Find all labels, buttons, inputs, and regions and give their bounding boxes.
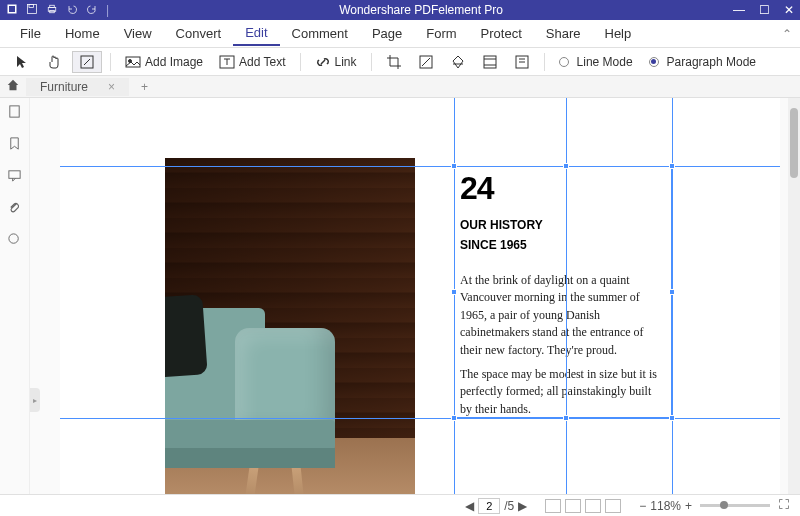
bates-tool[interactable] — [508, 52, 536, 72]
expand-panel-button[interactable]: ▸ — [30, 388, 40, 412]
attachments-icon[interactable] — [7, 200, 22, 218]
watermark-tool[interactable] — [412, 52, 440, 72]
document-tab[interactable]: Furniture × — [26, 78, 129, 96]
crop-tool[interactable] — [380, 52, 408, 72]
view-two-icon[interactable] — [585, 499, 601, 513]
furniture-image[interactable] — [165, 158, 415, 494]
undo-icon[interactable] — [66, 3, 78, 18]
app-icon — [6, 3, 18, 18]
collapse-ribbon-icon[interactable]: ⌃ — [782, 27, 792, 41]
view-single-icon[interactable] — [545, 499, 561, 513]
paragraph-mode-label: Paragraph Mode — [667, 55, 756, 69]
canvas[interactable]: 24 OUR HISTORY SINCE 1965 At the brink o… — [30, 98, 800, 494]
print-icon[interactable] — [46, 3, 58, 18]
home-icon[interactable] — [6, 78, 20, 95]
zoom-out-button[interactable]: − — [639, 499, 646, 513]
menu-page[interactable]: Page — [360, 22, 414, 45]
search-sidebar-icon[interactable] — [7, 232, 22, 250]
comments-icon[interactable] — [7, 168, 22, 186]
menu-convert[interactable]: Convert — [164, 22, 234, 45]
hand-tool[interactable] — [40, 52, 68, 72]
zoom-slider[interactable] — [700, 504, 770, 507]
statusbar: ◀ /5 ▶ − 118% + — [0, 494, 800, 516]
maximize-button[interactable]: ☐ — [759, 3, 770, 17]
page-next-button[interactable]: ▶ — [518, 499, 527, 513]
tabbar: Furniture × + — [0, 76, 800, 98]
link-button[interactable]: Link — [309, 52, 363, 72]
svg-rect-1 — [9, 6, 15, 12]
fullscreen-icon[interactable] — [778, 498, 790, 513]
zoom-value: 118% — [650, 499, 681, 513]
svg-point-20 — [9, 234, 18, 243]
menu-form[interactable]: Form — [414, 22, 468, 45]
line-mode-label: Line Mode — [577, 55, 633, 69]
menu-comment[interactable]: Comment — [280, 22, 360, 45]
app-title: Wondershare PDFelement Pro — [109, 3, 733, 17]
link-label: Link — [335, 55, 357, 69]
add-image-label: Add Image — [145, 55, 203, 69]
new-tab-button[interactable]: + — [135, 80, 154, 94]
tab-close-icon[interactable]: × — [108, 80, 115, 94]
zoom-in-button[interactable]: + — [685, 499, 692, 513]
view-continuous-icon[interactable] — [565, 499, 581, 513]
edit-toolbar: Add Image Add Text Link Line Mode Paragr… — [0, 48, 800, 76]
page-input[interactable] — [478, 498, 500, 514]
menu-help[interactable]: Help — [593, 22, 644, 45]
menu-file[interactable]: File — [8, 22, 53, 45]
add-text-label: Add Text — [239, 55, 285, 69]
tab-label: Furniture — [40, 80, 88, 94]
page-prev-button[interactable]: ◀ — [465, 499, 474, 513]
close-button[interactable]: ✕ — [784, 3, 794, 17]
page: 24 OUR HISTORY SINCE 1965 At the brink o… — [60, 98, 780, 494]
sidebar — [0, 98, 30, 494]
add-image-button[interactable]: Add Image — [119, 52, 209, 72]
svg-rect-8 — [126, 57, 140, 67]
bookmarks-icon[interactable] — [7, 136, 22, 154]
redo-icon[interactable] — [86, 3, 98, 18]
menu-home[interactable]: Home — [53, 22, 112, 45]
view-two-continuous-icon[interactable] — [605, 499, 621, 513]
vertical-scrollbar[interactable] — [788, 98, 800, 494]
menu-protect[interactable]: Protect — [469, 22, 534, 45]
save-icon[interactable] — [26, 3, 38, 18]
text-selection-box[interactable] — [454, 166, 672, 418]
svg-rect-5 — [50, 5, 55, 7]
menubar: File Home View Convert Edit Comment Page… — [0, 20, 800, 48]
edit-object-tool[interactable] — [72, 51, 102, 73]
svg-rect-12 — [484, 56, 496, 68]
minimize-button[interactable]: — — [733, 3, 745, 17]
background-tool[interactable] — [444, 52, 472, 72]
select-tool[interactable] — [8, 52, 36, 72]
menu-view[interactable]: View — [112, 22, 164, 45]
add-text-button[interactable]: Add Text — [213, 52, 291, 72]
menu-share[interactable]: Share — [534, 22, 593, 45]
paragraph-mode-radio[interactable]: Paragraph Mode — [643, 53, 762, 71]
page-total: /5 — [504, 499, 514, 513]
header-footer-tool[interactable] — [476, 52, 504, 72]
svg-rect-18 — [10, 106, 19, 117]
svg-rect-19 — [9, 171, 20, 179]
line-mode-radio[interactable]: Line Mode — [553, 53, 639, 71]
svg-rect-3 — [29, 4, 34, 7]
menu-edit[interactable]: Edit — [233, 21, 279, 46]
thumbnails-icon[interactable] — [7, 104, 22, 122]
